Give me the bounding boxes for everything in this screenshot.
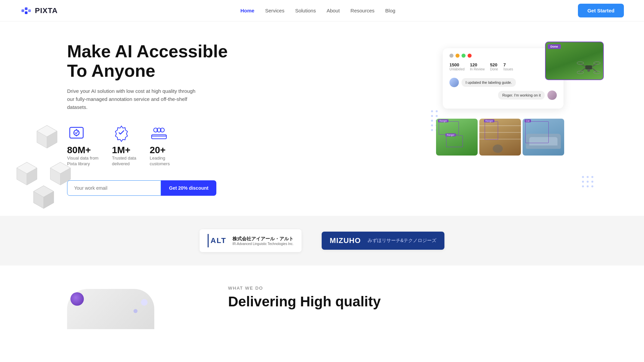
alt-logo-badge: ALT 株式会社アイアール・アルト IR-Advanced Linguistic…: [200, 229, 302, 252]
done-badge: Done: [548, 44, 561, 49]
svg-point-53: [431, 129, 433, 131]
navbar: PIXTA Home Services Solutions About Reso…: [0, 0, 644, 21]
car-image: Car: [523, 119, 564, 156]
warehouse-image: Ranger: [479, 119, 521, 156]
svg-point-62: [577, 71, 584, 74]
get-started-button[interactable]: Get Started: [578, 4, 624, 17]
card-stat-unlabeled: 1500 Unlabeled: [449, 62, 465, 71]
bottom-text: WHAT WE DO Delivering High quality: [228, 286, 381, 329]
nav-blog[interactable]: Blog: [385, 8, 395, 13]
nav-links: Home Services Solutions About Resources …: [240, 8, 395, 14]
svg-point-46: [436, 110, 438, 112]
purple-orb: [70, 292, 84, 306]
svg-point-67: [591, 176, 593, 178]
card-stat-inreview: 120 In Review: [470, 62, 485, 71]
chat-area: I updated the labeling guide. Roger. I'm…: [449, 74, 557, 103]
nav-solutions[interactable]: Solutions: [295, 8, 316, 13]
alt-abbr: ALT: [211, 236, 226, 245]
chat-bubble-received: Roger. I'm working on it: [449, 90, 557, 100]
avatar-sender: [449, 78, 459, 87]
nav-services[interactable]: Services: [265, 8, 284, 13]
annotation-label-1: Ranger: [438, 119, 448, 122]
discount-button[interactable]: Get 20% discount: [161, 180, 216, 196]
dot-green: [462, 54, 466, 58]
svg-point-69: [587, 181, 589, 183]
stat-number-customers: 20+: [150, 145, 166, 156]
drone-illustration: [577, 59, 600, 76]
cube-decoration: [10, 122, 84, 210]
svg-rect-55: [585, 65, 592, 69]
annotation-box-3: [485, 121, 498, 140]
svg-point-66: [587, 176, 589, 178]
svg-point-61: [594, 62, 600, 64]
svg-point-47: [431, 115, 433, 117]
svg-rect-2: [25, 11, 28, 14]
svg-point-64: [587, 69, 590, 72]
agri-image: Ranger Ranger: [436, 119, 478, 156]
hero-stats: 80M+ Visual data fromPixta library 1M+ T…: [67, 123, 228, 167]
section-heading: Delivering High quality: [228, 294, 381, 309]
people-icon: [150, 123, 168, 142]
drone-annotation-card: Done: [545, 42, 604, 80]
svg-point-71: [582, 185, 584, 187]
bottom-illustration-wrap: [67, 286, 201, 329]
annotation-label-3: Ranger: [484, 119, 494, 122]
annotation-label-car: Car: [525, 119, 531, 122]
svg-point-60: [577, 62, 584, 64]
dot-red: [468, 54, 472, 58]
card-header: [449, 54, 557, 58]
hero-content: Make AI Accessible To Anyone Drive your …: [67, 42, 228, 196]
logo-icon: [20, 5, 32, 17]
logo-text: PIXTA: [35, 6, 58, 15]
svg-rect-23: [152, 135, 166, 139]
nav-about[interactable]: About: [327, 8, 340, 13]
svg-rect-3: [28, 9, 31, 12]
what-we-do-label: WHAT WE DO: [228, 286, 381, 291]
svg-point-73: [591, 185, 593, 187]
bubble-text-sent: I updated the labeling guide.: [462, 78, 516, 87]
card-stat-done: 520 Done: [490, 62, 498, 71]
chat-bubble-sent: I updated the labeling guide.: [449, 78, 557, 87]
mizuho-sub: みずほリサーチ&テクノロジーズ: [368, 238, 436, 244]
svg-point-51: [431, 124, 433, 126]
svg-point-45: [431, 110, 433, 112]
svg-rect-1: [25, 7, 28, 10]
hero-description: Drive your AI solution with low cost at …: [67, 87, 201, 111]
avatar-receiver: [547, 90, 557, 100]
badge-icon: [112, 123, 131, 142]
svg-rect-0: [21, 9, 24, 12]
dot-gray: [449, 54, 453, 58]
svg-point-48: [436, 115, 438, 117]
svg-point-70: [591, 181, 593, 183]
hero-visual: 1500 Unlabeled 120 In Review 520 Done 7 …: [436, 42, 604, 196]
stat-label-customers: Leadingcustomers: [150, 156, 170, 167]
dot-yellow: [455, 54, 460, 58]
bottom-section: WHAT WE DO Delivering High quality: [0, 265, 644, 343]
hero-title: Make AI Accessible To Anyone: [67, 42, 228, 80]
nav-home[interactable]: Home: [240, 8, 255, 13]
stat-trusted-data: 1M+ Trusted datadelivered: [112, 123, 137, 167]
annotation-box-1: [439, 121, 459, 135]
card-stat-issues: 7 Issues: [503, 62, 513, 71]
card-stats: 1500 Unlabeled 120 In Review 520 Done 7 …: [449, 62, 557, 71]
alt-name-jp: 株式会社アイアール・アルト: [232, 236, 293, 242]
annotation-box-car: [525, 121, 549, 143]
nav-resources[interactable]: Resources: [351, 8, 375, 13]
annotation-images: Ranger Ranger Ranger Car: [436, 119, 564, 156]
bottom-illustration: [67, 286, 161, 329]
logos-section: ALT 株式会社アイアール・アルト IR-Advanced Linguistic…: [0, 216, 644, 265]
svg-point-63: [594, 71, 600, 74]
svg-point-72: [587, 185, 589, 187]
hero-section: Make AI Accessible To Anyone Drive your …: [0, 21, 644, 216]
dots-decoration-bottom: [580, 174, 597, 192]
logo[interactable]: PIXTA: [20, 5, 58, 17]
bubble-text-received: Roger. I'm working on it: [498, 91, 545, 100]
stat-label-trusted: Trusted datadelivered: [112, 156, 137, 167]
alt-name-en: IR-Advanced Linguistic Technologies Inc.: [232, 242, 293, 246]
annotation-box-2: [446, 135, 463, 147]
mizuho-brand: MIZUHO: [330, 236, 361, 245]
stat-customers: 20+ Leadingcustomers: [150, 123, 170, 167]
mizuho-logo-badge: MIZUHO みずほリサーチ&テクノロジーズ: [322, 232, 444, 250]
stat-number-trusted: 1M+: [112, 145, 130, 156]
svg-point-49: [431, 120, 433, 122]
